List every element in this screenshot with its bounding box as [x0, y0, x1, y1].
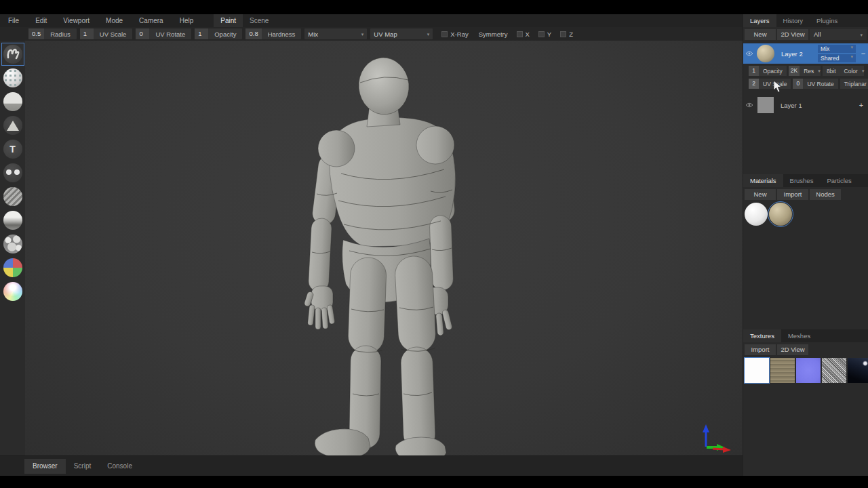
menu-help[interactable]: Help	[172, 14, 202, 27]
radius-field[interactable]: 0.5 Radius	[28, 28, 77, 39]
layer-opacity-value[interactable]: 1	[749, 66, 759, 76]
xray-checkbox[interactable]	[441, 31, 448, 37]
layer1-name[interactable]: Layer 1	[781, 102, 856, 109]
layer-uv-scale-field[interactable]: 2 UV Scale	[749, 79, 791, 89]
menu-mode[interactable]: Mode	[98, 14, 131, 27]
tab-history[interactable]: History	[776, 14, 810, 27]
layer-uv-rotate-field[interactable]: 0 UV Rotate	[793, 79, 837, 89]
texture-2d-view-button[interactable]: 2D View	[777, 344, 808, 355]
layer-row-2[interactable]: Layer 2 Mix ▾ Shared ▾ −	[743, 43, 868, 64]
symmetry-x-checkbox[interactable]	[517, 31, 523, 37]
layer-uv-rotate-label: UV Rotate	[803, 81, 837, 87]
tab-materials[interactable]: Materials	[743, 174, 783, 187]
tab-meshes[interactable]: Meshes	[781, 329, 817, 342]
tab-brushes[interactable]: Brushes	[783, 174, 821, 187]
hardness-value[interactable]: 0.8	[245, 28, 261, 39]
uv-scale-field[interactable]: 1 UV Scale	[80, 28, 133, 39]
viewport-3d[interactable]	[25, 41, 743, 455]
opacity-field[interactable]: 1 Opacity	[195, 28, 242, 39]
tab-layers[interactable]: Layers	[743, 14, 776, 27]
add-layer-button[interactable]: +	[856, 101, 867, 109]
layer-filter-dropdown[interactable]: All ▾	[810, 29, 867, 40]
radius-value[interactable]: 0.5	[28, 28, 44, 39]
blend-mode-value: Mix	[308, 30, 318, 38]
tool-brush[interactable]	[1, 43, 24, 66]
tool-smudge[interactable]	[1, 209, 24, 232]
tool-clone[interactable]	[1, 161, 24, 184]
menu-camera[interactable]: Camera	[131, 14, 172, 27]
opacity-label: Opacity	[208, 30, 242, 38]
tab-textures[interactable]: Textures	[743, 329, 781, 342]
layer-res-label: Res	[800, 68, 818, 75]
tool-eraser[interactable]	[1, 66, 24, 89]
tab-script[interactable]: Script	[66, 459, 100, 474]
texture-thumb-fabric[interactable]	[770, 358, 795, 383]
menu-file[interactable]: File	[0, 14, 27, 27]
uv-scale-value[interactable]: 1	[80, 28, 94, 39]
layer-shared-dropdown[interactable]: Shared ▾	[818, 54, 856, 62]
menu-viewport[interactable]: Viewport	[55, 14, 98, 27]
symmetry-y-checkbox[interactable]	[538, 31, 545, 37]
smudge-icon	[3, 211, 22, 230]
tab-particles[interactable]: Particles	[820, 174, 858, 187]
tab-plugins[interactable]: Plugins	[810, 14, 844, 27]
chevron-down-icon: ▾	[862, 68, 865, 73]
visibility-eye-icon[interactable]	[745, 102, 754, 108]
layers-tabbar: Layers History Plugins	[743, 14, 868, 27]
symmetry-z-checkbox[interactable]	[560, 31, 566, 37]
layer-res-dropdown[interactable]: 2K Res ▾	[789, 66, 821, 76]
material-default[interactable]	[745, 203, 768, 226]
layer-row-1[interactable]: Layer 1 +	[743, 95, 868, 115]
chevron-down-icon: ▾	[860, 33, 863, 37]
opacity-value[interactable]: 1	[195, 28, 208, 39]
layer-blend-dropdown[interactable]: Mix ▾	[818, 45, 856, 53]
menu-edit[interactable]: Edit	[27, 14, 55, 27]
tab-paint[interactable]: Paint	[214, 14, 243, 27]
tab-scene[interactable]: Scene	[243, 14, 275, 27]
texture-thumb-environment[interactable]	[848, 358, 868, 383]
layer2-name[interactable]: Layer 2	[781, 50, 818, 58]
uv-map-dropdown[interactable]: UV Map ▾	[370, 28, 433, 39]
tab-console[interactable]: Console	[99, 459, 140, 474]
layer-mapping-dropdown[interactable]: Triplanar ▾	[840, 79, 868, 89]
symmetry-y-toggle[interactable]: Y	[538, 30, 551, 38]
tool-fill[interactable]	[1, 90, 24, 113]
layer1-thumbnail[interactable]	[757, 97, 774, 113]
layer-color-dropdown[interactable]: 8bit Color ▾	[823, 66, 865, 76]
hardness-field[interactable]: 0.8 Hardness	[245, 28, 301, 39]
new-layer-button[interactable]: New	[745, 29, 776, 40]
tool-blur[interactable]	[1, 185, 24, 208]
xray-toggle[interactable]: X-Ray	[441, 30, 468, 38]
import-texture-button[interactable]: Import	[745, 344, 776, 355]
layer-opacity-field[interactable]: 1 Opacity	[749, 66, 787, 76]
texture-thumb-white[interactable]	[745, 358, 769, 383]
textures-buttons: Import 2D View	[743, 344, 868, 356]
visibility-eye-icon[interactable]	[745, 51, 754, 56]
armorpaint-window: File Edit Viewport Mode Camera Help Pain…	[0, 14, 868, 476]
layer2-thumbnail[interactable]	[757, 45, 774, 62]
texture-thumb-noise[interactable]	[822, 358, 846, 383]
symmetry-z-toggle[interactable]: Z	[560, 30, 573, 38]
texture-thumb-normalmap[interactable]	[796, 358, 821, 383]
tool-particle[interactable]	[1, 232, 24, 256]
tab-browser[interactable]: Browser	[24, 459, 66, 474]
delete-layer-button[interactable]: −	[859, 49, 868, 58]
uv-rotate-value[interactable]: 0	[136, 28, 149, 39]
nodes-button[interactable]: Nodes	[810, 189, 841, 200]
material-selected[interactable]	[769, 203, 792, 226]
tool-picker[interactable]	[1, 280, 24, 303]
uv-rotate-field[interactable]: 0 UV Rotate	[136, 28, 191, 39]
tool-text[interactable]: T	[1, 138, 24, 161]
layer-uv-scale-value[interactable]: 2	[749, 79, 759, 89]
uv-rotate-label: UV Rotate	[149, 30, 191, 38]
layer-uv-rotate-value[interactable]: 0	[793, 79, 803, 89]
layer-opacity-label: Opacity	[759, 68, 787, 75]
2d-view-button[interactable]: 2D View	[777, 29, 808, 40]
new-material-button[interactable]: New	[745, 189, 776, 200]
axis-gizmo	[703, 424, 731, 453]
import-material-button[interactable]: Import	[777, 189, 808, 200]
blend-mode-dropdown[interactable]: Mix ▾	[304, 28, 367, 39]
symmetry-x-toggle[interactable]: X	[517, 30, 530, 38]
tool-colorid[interactable]	[1, 256, 24, 279]
tool-decal[interactable]	[1, 114, 24, 137]
